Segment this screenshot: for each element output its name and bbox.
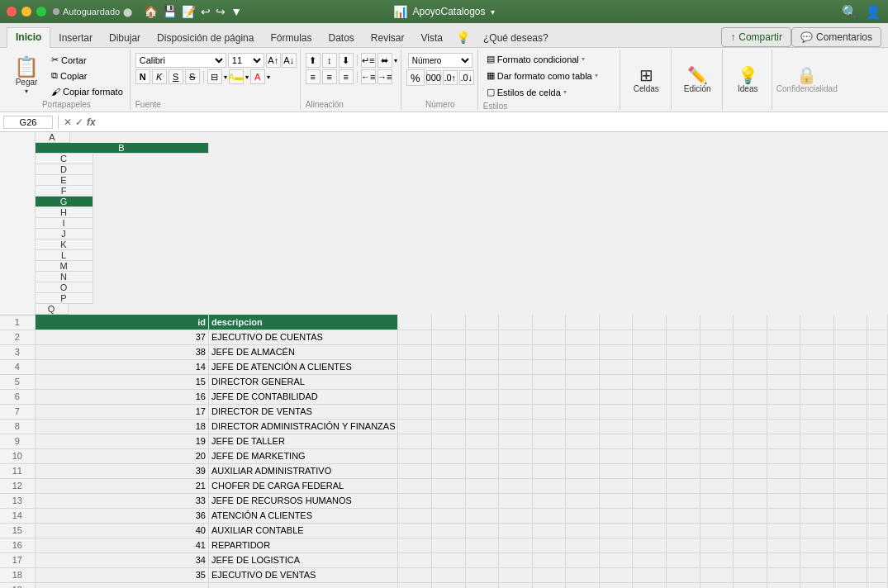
col-header-l[interactable]: L (36, 250, 93, 261)
cell-reference-input[interactable] (3, 116, 53, 129)
cell-h19[interactable] (566, 582, 600, 588)
cell-k12[interactable] (666, 478, 700, 493)
cell-i18[interactable] (599, 567, 633, 582)
cell-g17[interactable] (532, 552, 566, 567)
cell-m11[interactable] (734, 463, 767, 478)
cell-d1[interactable] (432, 315, 466, 330)
cell-q19[interactable] (867, 582, 888, 588)
cell-g16[interactable] (532, 538, 566, 552)
cell-e18[interactable] (465, 567, 499, 582)
cell-b17[interactable]: JEFE DE LOGISTICA (209, 552, 398, 567)
cell-m17[interactable] (734, 552, 767, 567)
cell-l15[interactable] (700, 523, 734, 538)
cell-a4[interactable]: 14 (35, 359, 209, 374)
cell-d3[interactable] (432, 344, 466, 359)
cell-i17[interactable] (599, 552, 633, 567)
cell-b16[interactable]: REPARTIDOR (209, 538, 398, 552)
format-table-button[interactable]: ▦ Dar formato como tabla ▾ (483, 69, 601, 83)
save-icon[interactable]: 💾 (163, 5, 177, 18)
cell-n3[interactable] (767, 344, 800, 359)
cell-n9[interactable] (767, 434, 800, 448)
cell-k14[interactable] (666, 508, 700, 523)
cell-c13[interactable] (398, 493, 432, 508)
cell-q11[interactable] (867, 463, 888, 478)
more-icon[interactable]: ▼ (230, 5, 242, 18)
cut-button[interactable]: ✂ Cortar (48, 53, 126, 68)
cell-k13[interactable] (666, 493, 700, 508)
cell-b12[interactable]: CHOFER DE CARGA FEDERAL (209, 478, 398, 493)
editing-button[interactable]: ✏️ Edición (679, 58, 715, 102)
cell-l19[interactable] (700, 582, 734, 588)
cell-q10[interactable] (867, 448, 888, 463)
cell-f8[interactable] (499, 419, 533, 434)
cell-h5[interactable] (566, 374, 600, 389)
cell-q7[interactable] (867, 404, 888, 419)
cell-e10[interactable] (465, 448, 499, 463)
wrap-text-button[interactable]: ↵≡ (361, 53, 376, 68)
autosave-toggle[interactable]: ⬤ (123, 7, 132, 17)
cell-p2[interactable] (833, 330, 867, 344)
cell-m7[interactable] (734, 404, 767, 419)
cell-q1[interactable] (867, 315, 888, 330)
cell-b4[interactable]: JEFE DE ATENCIÓN A CLIENTES (209, 359, 398, 374)
cell-h14[interactable] (566, 508, 600, 523)
cell-b10[interactable]: JEFE DE MARKETING (209, 448, 398, 463)
cell-n14[interactable] (767, 508, 800, 523)
cell-p15[interactable] (833, 523, 867, 538)
cell-n12[interactable] (767, 478, 800, 493)
cell-k15[interactable] (666, 523, 700, 538)
cell-n1[interactable] (767, 315, 800, 330)
cell-a10[interactable]: 20 (35, 448, 209, 463)
cell-b9[interactable]: JEFE DE TALLER (209, 434, 398, 448)
increase-decimal-button[interactable]: .0↑ (443, 70, 458, 85)
cell-q4[interactable] (867, 359, 888, 374)
cell-b19[interactable] (209, 582, 398, 588)
cell-j2[interactable] (633, 330, 667, 344)
cell-e19[interactable] (465, 582, 499, 588)
cell-n18[interactable] (767, 567, 800, 582)
cell-h2[interactable] (566, 330, 600, 344)
cell-b5[interactable]: DIRECTOR GENERAL (209, 374, 398, 389)
cell-k2[interactable] (666, 330, 700, 344)
cell-c16[interactable] (398, 538, 432, 552)
cell-j6[interactable] (633, 389, 667, 404)
cell-k10[interactable] (666, 448, 700, 463)
home-icon[interactable]: 🏠 (144, 5, 158, 18)
cell-o15[interactable] (800, 523, 834, 538)
merge-caret[interactable]: ▾ (394, 57, 397, 64)
tab-datos[interactable]: Datos (320, 29, 362, 47)
cell-c4[interactable] (398, 359, 432, 374)
cell-m8[interactable] (734, 419, 767, 434)
cell-i1[interactable] (599, 315, 633, 330)
cell-f17[interactable] (499, 552, 533, 567)
cell-p19[interactable] (833, 582, 867, 588)
cell-m18[interactable] (734, 567, 767, 582)
cell-a3[interactable]: 38 (35, 344, 209, 359)
cell-e3[interactable] (465, 344, 499, 359)
user-icon[interactable]: 👤 (865, 4, 881, 20)
cell-h10[interactable] (566, 448, 600, 463)
decrease-decimal-button[interactable]: .0↓ (459, 70, 474, 85)
cell-f5[interactable] (499, 374, 533, 389)
cell-d19[interactable] (432, 582, 466, 588)
cell-g10[interactable] (532, 448, 566, 463)
cell-g6[interactable] (532, 389, 566, 404)
cell-n11[interactable] (767, 463, 800, 478)
col-header-j[interactable]: J (36, 229, 93, 239)
cell-c2[interactable] (398, 330, 432, 344)
cell-q9[interactable] (867, 434, 888, 448)
cell-f14[interactable] (499, 508, 533, 523)
cell-m9[interactable] (734, 434, 767, 448)
cell-h11[interactable] (566, 463, 600, 478)
cell-a5[interactable]: 15 (35, 374, 209, 389)
cell-m15[interactable] (734, 523, 767, 538)
cell-o16[interactable] (800, 538, 834, 552)
cell-o8[interactable] (800, 419, 834, 434)
cell-a13[interactable]: 33 (35, 493, 209, 508)
cell-k4[interactable] (666, 359, 700, 374)
number-format-select[interactable]: Número (408, 53, 472, 68)
cell-m2[interactable] (734, 330, 767, 344)
cell-c18[interactable] (398, 567, 432, 582)
bold-button[interactable]: N (135, 69, 150, 84)
cell-j5[interactable] (633, 374, 667, 389)
